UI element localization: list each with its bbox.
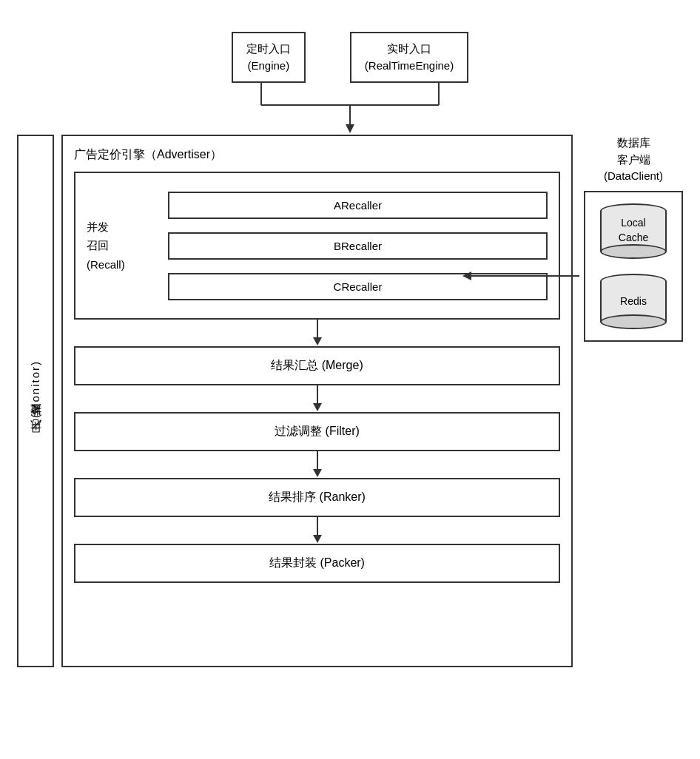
packer-box: 结果封装 (Packer) [74,544,560,583]
ranker-box: 结果排序 (Ranker) [74,478,560,517]
dataclient-title-area: 数据库 客户端 (DataClient) [604,135,663,185]
redis-cylinder: Redis [596,274,670,329]
filter-box: 过滤调整 (Filter) [74,412,560,451]
advertiser-box: 广告定价引擎（Advertiser） 并发 召回 (Recall) ARecal… [61,135,573,667]
packer-label: 结果封装 (Packer) [269,556,365,569]
ranker-label: 结果排序 (Ranker) [269,490,366,503]
local-cache-bottom [600,244,667,259]
top-join-arrow [165,83,535,135]
advertiser-title: 广告定价引擎（Advertiser） [74,147,560,163]
realtime-entry-box: 实时入口 (RealTimeEngine) [350,32,468,83]
crecaller-box: CRecaller [168,273,548,300]
realtime-label-line2: (RealTimeEngine) [365,59,454,72]
svg-marker-6 [313,337,322,345]
dataclient-title-line3: (DataClient) [604,169,663,182]
svg-marker-8 [313,403,322,411]
svg-marker-10 [313,469,322,477]
dataclient-title-line1: 数据库 [617,136,650,149]
merge-box: 结果汇总 (Merge) [74,346,560,385]
top-entries: 定时入口 (Engine) 实时入口 (RealTimeEngine) [17,32,683,83]
recallers-list: ARecaller BRecaller CRecaller [168,192,548,300]
recall-label-line3: (Recall) [87,258,125,271]
main-layout: 日志／监控 (Monitor) 广告定价引擎（Advertiser） 并发 召回… [17,135,683,667]
brecaller-label: BRecaller [334,240,382,252]
local-cache-label: LocalCache [619,216,648,245]
realtime-label-line1: 实时入口 [387,42,431,55]
diagram: 定时入口 (Engine) 实时入口 (RealTimeEngine) 日志／监… [17,17,683,742]
svg-marker-4 [346,124,354,133]
redis-label: Redis [620,295,647,307]
local-cache-cylinder: LocalCache [596,203,670,259]
monitor-label: 日志／监控 (Monitor) [29,360,43,441]
monitor-sidebar: 日志／监控 (Monitor) [17,135,54,667]
arrow-ranker-packer [74,517,560,544]
arecaller-box: ARecaller [168,192,548,219]
brecaller-box: BRecaller [168,232,548,260]
engine-entry-box: 定时入口 (Engine) [232,32,306,83]
recall-label-line1: 并发 [87,220,109,233]
merge-label: 结果汇总 (Merge) [271,359,363,371]
recall-section: 并发 召回 (Recall) ARecaller BRecaller CReca… [74,172,560,320]
right-area: 数据库 客户端 (DataClient) LocalCache [584,135,683,667]
svg-marker-12 [313,535,322,543]
engine-label-line2: (Engine) [247,59,289,72]
recall-label: 并发 召回 (Recall) [87,217,146,274]
arrow-merge-filter [74,385,560,412]
arrow-filter-ranker [74,451,560,478]
dataclient-title-line2: 客户端 [617,153,650,166]
recall-label-line2: 召回 [87,239,109,252]
dataclient-box: LocalCache Redis [584,191,683,342]
filter-label: 过滤调整 (Filter) [275,425,360,437]
redis-bottom [600,314,667,329]
arrow-recall-merge [74,320,560,346]
arecaller-label: ARecaller [334,199,382,212]
crecaller-label: CRecaller [334,280,383,293]
engine-label-line1: 定时入口 [246,42,291,55]
